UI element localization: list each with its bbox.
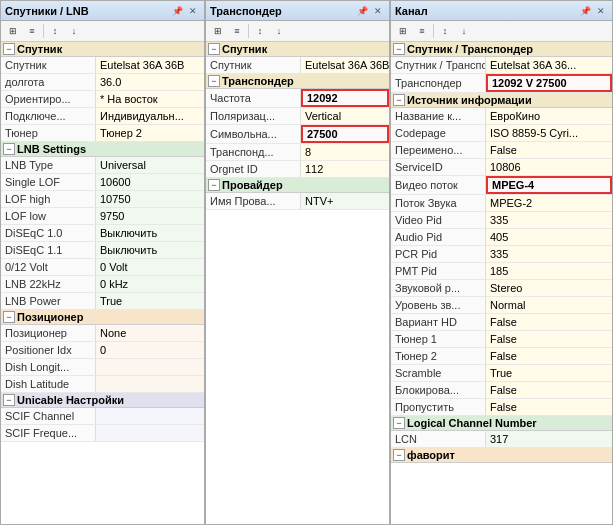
pos-toggle[interactable]: − (3, 311, 15, 323)
grid-btn[interactable]: ⊞ (394, 23, 412, 39)
trans-toggle[interactable]: − (208, 75, 220, 87)
pin-icon[interactable]: 📌 (170, 4, 184, 18)
section-sat-trans-header[interactable]: − Спутник / Транспондер (391, 42, 612, 57)
table-row: Имя Прова... NTV+ (206, 193, 389, 210)
prop-name: LNB 22kHz (1, 276, 96, 292)
prop-value: False (486, 331, 612, 347)
prop-value: Eutelsat 36A 36B (301, 57, 389, 73)
sort-btn[interactable]: ↕ (436, 23, 454, 39)
prop-name: Транспондер (391, 74, 486, 92)
prop-value: MPEG-2 (486, 195, 612, 211)
table-row: LNB Type Universal (1, 157, 204, 174)
section-prov-header[interactable]: − Провайдер (206, 178, 389, 193)
az-btn[interactable]: ↓ (270, 23, 288, 39)
table-row: Тюнер Тюнер 2 (1, 125, 204, 142)
prop-name: PMT Pid (391, 263, 486, 279)
prop-name: Переимено... (391, 142, 486, 158)
prop-name: ServiceID (391, 159, 486, 175)
prop-value: 36.0 (96, 74, 204, 90)
section-uni-header[interactable]: − Unicable Настройки (1, 393, 204, 408)
sat-trans-toggle[interactable]: − (393, 43, 405, 55)
prop-value: Выключить (96, 242, 204, 258)
right-panel: Канал 📌 ✕ ⊞ ≡ ↕ ↓ − Спутник / Транспонде… (390, 0, 613, 525)
table-row: Частота 12092 (206, 89, 389, 108)
sort-btn[interactable]: ↕ (46, 23, 64, 39)
prov-title: Провайдер (222, 179, 283, 191)
sort-btn[interactable]: ↕ (251, 23, 269, 39)
prop-name: LOF low (1, 208, 96, 224)
left-panel-header: Спутники / LNB 📌 ✕ (1, 1, 204, 21)
list-btn[interactable]: ≡ (413, 23, 431, 39)
section-lcn-header[interactable]: − Logical Channel Number (391, 416, 612, 431)
lnb-toggle[interactable]: − (3, 143, 15, 155)
sep3 (433, 24, 434, 38)
grid-btn[interactable]: ⊞ (4, 23, 22, 39)
uni-toggle[interactable]: − (3, 394, 15, 406)
prop-name: Позиционер (1, 325, 96, 341)
pin-icon[interactable]: 📌 (355, 4, 369, 18)
table-row: Orgnet ID 112 (206, 161, 389, 178)
src-toggle[interactable]: − (393, 94, 405, 106)
prop-value: 317 (486, 431, 612, 447)
sputnik2-toggle[interactable]: − (208, 43, 220, 55)
left-toolbar: ⊞ ≡ ↕ ↓ (1, 21, 204, 42)
prop-value-transponder: 12092 V 27500 (486, 74, 612, 92)
table-row: Подключе... Индивидуальн... (1, 108, 204, 125)
prop-name: Уровень зв... (391, 297, 486, 313)
prop-value: False (486, 142, 612, 158)
prop-name: Dish Longit... (1, 359, 96, 375)
close-icon[interactable]: ✕ (186, 4, 200, 18)
left-panel-controls: 📌 ✕ (170, 4, 200, 18)
uni-title: Unicable Настройки (17, 394, 124, 406)
section-sputnik-header[interactable]: − Спутник (1, 42, 204, 57)
table-row: Звуковой р... Stereo (391, 280, 612, 297)
prop-name: Поляризац... (206, 108, 301, 124)
table-row: Тюнер 2 False (391, 348, 612, 365)
pin-icon[interactable]: 📌 (578, 4, 592, 18)
table-row: ServiceID 10806 (391, 159, 612, 176)
prop-value: Тюнер 2 (96, 125, 204, 141)
list-btn[interactable]: ≡ (23, 23, 41, 39)
table-row: Single LOF 10600 (1, 174, 204, 191)
fav-toggle[interactable]: − (393, 449, 405, 461)
section-lnb-header[interactable]: − LNB Settings (1, 142, 204, 157)
section-pos-header[interactable]: − Позиционер (1, 310, 204, 325)
prop-value: Stereo (486, 280, 612, 296)
fav-title: фаворит (407, 449, 455, 461)
table-row: Транспонд... 8 (206, 144, 389, 161)
prop-value: 0 kHz (96, 276, 204, 292)
prop-name: Спутник (206, 57, 301, 73)
table-row: Тюнер 1 False (391, 331, 612, 348)
prop-value: 0 (96, 342, 204, 358)
lcn-title: Logical Channel Number (407, 417, 537, 429)
mid-content: − Спутник Спутник Eutelsat 36A 36B − Тра… (206, 42, 389, 524)
section-src-header[interactable]: − Источник информации (391, 93, 612, 108)
table-row: Scramble True (391, 365, 612, 382)
sputnik-title: Спутник (17, 43, 62, 55)
close-icon[interactable]: ✕ (594, 4, 608, 18)
table-row: долгота 36.0 (1, 74, 204, 91)
prov-toggle[interactable]: − (208, 179, 220, 191)
lcn-toggle[interactable]: − (393, 417, 405, 429)
section-sputnik2-header[interactable]: − Спутник (206, 42, 389, 57)
prop-name: Тюнер 1 (391, 331, 486, 347)
prop-value: 335 (486, 246, 612, 262)
list-btn[interactable]: ≡ (228, 23, 246, 39)
prop-name: Codepage (391, 125, 486, 141)
az-btn[interactable]: ↓ (455, 23, 473, 39)
mid-toolbar: ⊞ ≡ ↕ ↓ (206, 21, 389, 42)
grid-btn[interactable]: ⊞ (209, 23, 227, 39)
close-icon[interactable]: ✕ (371, 4, 385, 18)
prop-name: Частота (206, 89, 301, 107)
az-btn[interactable]: ↓ (65, 23, 83, 39)
section-fav-header[interactable]: − фаворит (391, 448, 612, 463)
table-row: LNB 22kHz 0 kHz (1, 276, 204, 293)
table-row: Ориентиро... * На восток (1, 91, 204, 108)
prop-value (96, 408, 204, 424)
sputnik-toggle[interactable]: − (3, 43, 15, 55)
section-trans-header[interactable]: − Транспондер (206, 74, 389, 89)
prop-value: Normal (486, 297, 612, 313)
prop-value: False (486, 399, 612, 415)
table-row: Транспондер 12092 V 27500 (391, 74, 612, 93)
left-panel-title: Спутники / LNB (5, 5, 89, 17)
